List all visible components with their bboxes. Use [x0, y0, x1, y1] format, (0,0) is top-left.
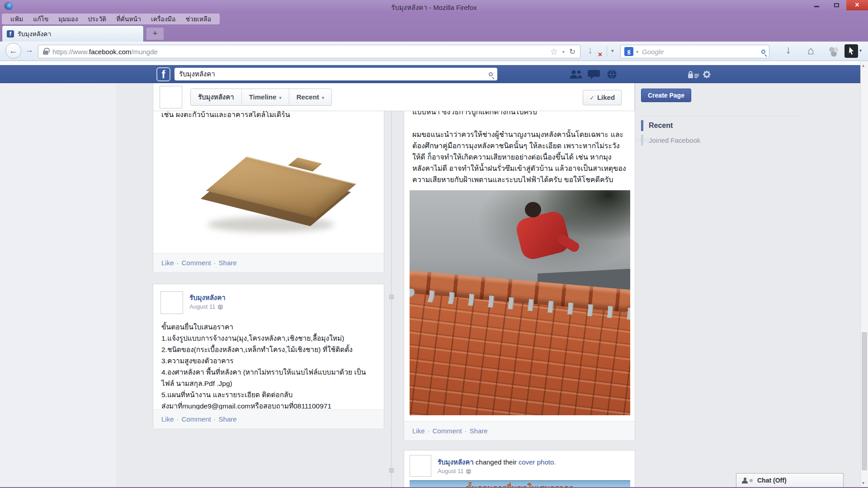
- urlbar-dropdown-icon[interactable]: ▾: [562, 49, 565, 54]
- check-icon: ✓: [590, 94, 594, 101]
- search-provider-caret-icon[interactable]: ▾: [636, 49, 638, 54]
- comment-link[interactable]: Comment: [433, 427, 462, 435]
- web-search-box[interactable]: g ▾ Google: [620, 45, 769, 58]
- search-icon[interactable]: [761, 50, 765, 54]
- notifications-globe-icon[interactable]: [607, 69, 617, 80]
- close-button[interactable]: ×: [846, 0, 868, 10]
- liked-button[interactable]: ✓Liked: [583, 90, 622, 105]
- chevron-down-icon: ▾: [322, 95, 325, 100]
- toolbar-separator: [607, 46, 607, 56]
- downloads-button[interactable]: ↓: [786, 43, 791, 56]
- window-title: รับมุงหลังคา - Mozilla Firefox: [0, 2, 868, 13]
- back-button[interactable]: ←: [5, 43, 21, 59]
- share-link[interactable]: Share: [219, 259, 237, 267]
- messages-icon[interactable]: [588, 70, 600, 80]
- menu-item-help[interactable]: ช่วยเหลือ: [181, 14, 217, 24]
- joined-marker-bar: [641, 135, 643, 145]
- create-page-button[interactable]: Create Page: [641, 89, 691, 102]
- maximize-button[interactable]: [826, 0, 846, 10]
- scrollbar[interactable]: ▴ ▾: [860, 61, 868, 487]
- post-timestamp[interactable]: August 11: [438, 468, 471, 474]
- page-name-label: รับมุงหลังคา: [198, 93, 234, 101]
- cover-photo-preview[interactable]: ขั้นตอนการยื่นขอใบเสนอราคา: [410, 480, 630, 488]
- like-link[interactable]: Like: [161, 259, 174, 267]
- page-top-gap: [0, 61, 860, 65]
- timeline-dropdown[interactable]: Timeline▾: [242, 89, 289, 105]
- post-author-link[interactable]: รับมุงหลังคา: [189, 292, 226, 303]
- worker-head: [525, 202, 541, 217]
- like-link[interactable]: Like: [412, 427, 425, 435]
- url-text[interactable]: https://www.facebook.com/mungde: [52, 48, 550, 56]
- post-card-advice: แบบหนา ซึ่งวิธีการปูก็แตกต่างกันไปครับ ผ…: [404, 83, 635, 440]
- menu-item-edit[interactable]: แก้ไข: [28, 14, 53, 24]
- post-photo[interactable]: [410, 190, 630, 415]
- timeline-node: [389, 468, 394, 473]
- minimize-icon: [814, 6, 819, 7]
- share-link[interactable]: Share: [470, 427, 488, 435]
- settings-gear-icon[interactable]: [703, 70, 711, 79]
- url-scheme: https://www.: [52, 48, 89, 56]
- sidebar-item-joined-facebook[interactable]: Joined Facebook: [641, 135, 700, 145]
- action-separator: ·: [177, 259, 179, 267]
- comment-link[interactable]: Comment: [182, 259, 211, 267]
- addon-icon[interactable]: [828, 46, 839, 57]
- fb-search-icon[interactable]: [489, 72, 493, 76]
- product-photo[interactable]: [176, 120, 361, 251]
- pointer-dropdown-icon[interactable]: ▾: [859, 48, 862, 53]
- blocked-x-icon: ×: [598, 51, 602, 59]
- share-link[interactable]: Share: [219, 415, 237, 423]
- chevron-down-icon: ▾: [279, 95, 282, 100]
- page-left-gutter: [0, 83, 116, 487]
- post-card-quote-steps: รับมุงหลังคา August 11 ขั้นตอนยื่นใบเสนอ…: [153, 284, 384, 428]
- scroll-down-button[interactable]: ▾: [862, 480, 864, 485]
- action-separator: ·: [214, 259, 216, 267]
- post-avatar[interactable]: [410, 455, 431, 477]
- new-tab-button[interactable]: +: [146, 28, 164, 40]
- post-actions: Like·Comment·Share: [153, 409, 384, 428]
- home-button[interactable]: ⌂: [807, 44, 814, 57]
- post-body: แบบหนา ซึ่งวิธีการปูก็แตกต่างกันไปครับ ผ…: [412, 106, 627, 185]
- scroll-thumb[interactable]: [862, 332, 867, 470]
- forward-button[interactable]: →: [24, 46, 35, 56]
- search-engine-dropdown-icon[interactable]: ▾: [611, 48, 614, 54]
- sidebar-item-recent[interactable]: Recent: [641, 120, 673, 131]
- recent-dropdown[interactable]: Recent▾: [289, 89, 332, 105]
- post-timestamp[interactable]: August 11: [189, 303, 223, 310]
- like-link[interactable]: Like: [161, 415, 174, 423]
- facebook-header: f รับมุงหลังคา Home Yuttana: [0, 65, 860, 83]
- fb-search-input[interactable]: รับมุงหลังคา: [175, 68, 497, 80]
- minimize-button[interactable]: [807, 0, 826, 10]
- cover-photo-link[interactable]: cover photo.: [519, 458, 556, 466]
- menu-item-history[interactable]: ประวัติ: [83, 14, 111, 24]
- friend-requests-icon[interactable]: [569, 70, 582, 79]
- titlebar[interactable]: รับมุงหลังคา - Mozilla Firefox ×: [0, 0, 868, 13]
- sidebar-divider: [641, 116, 800, 116]
- browser-tab[interactable]: f รับมุงหลังคา: [2, 25, 144, 42]
- page-name-button[interactable]: รับมุงหลังคา: [191, 89, 242, 105]
- window-chrome: รับมุงหลังคา - Mozilla Firefox × แฟ้ม แก…: [0, 0, 868, 42]
- page-avatar[interactable]: [160, 86, 182, 108]
- reload-button[interactable]: ↻: [569, 47, 576, 56]
- menu-item-file[interactable]: แฟ้ม: [5, 14, 28, 24]
- timeline-line: [391, 83, 392, 487]
- pointer-tool-button[interactable]: [844, 44, 858, 58]
- url-bar[interactable]: https://www.facebook.com/mungde ☆ ▾ ↻: [38, 45, 580, 58]
- comment-link[interactable]: Comment: [182, 415, 211, 423]
- chat-bar[interactable]: Chat (Off): [736, 473, 844, 487]
- post-avatar[interactable]: [160, 291, 183, 314]
- navigation-toolbar: ← → https://www.facebook.com/mungde ☆ ▾ …: [0, 42, 868, 61]
- facebook-logo[interactable]: f: [156, 67, 170, 81]
- download-blocked-button[interactable]: ↓ ×: [588, 44, 601, 58]
- timestamp-text: August 11: [189, 303, 216, 310]
- post-author-link[interactable]: รับมุงหลังคา: [438, 458, 474, 466]
- privacy-shortcuts-icon[interactable]: [688, 71, 699, 78]
- cover-photo-title: ขั้นตอนการยื่นขอใบเสนอราคา: [410, 481, 630, 488]
- menu-item-view[interactable]: มุมมอง: [53, 14, 83, 24]
- recent-marker-bar: [641, 120, 643, 131]
- scroll-up-button[interactable]: ▴: [862, 63, 864, 68]
- menu-item-bookmarks[interactable]: ที่คั่นหน้า: [111, 14, 146, 24]
- action-separator: ·: [177, 415, 179, 423]
- bookmark-star-icon[interactable]: ☆: [550, 47, 558, 57]
- post-header-line: รับมุงหลังคา changed their cover photo.: [438, 457, 556, 468]
- menu-item-tools[interactable]: เครื่องมือ: [146, 14, 181, 24]
